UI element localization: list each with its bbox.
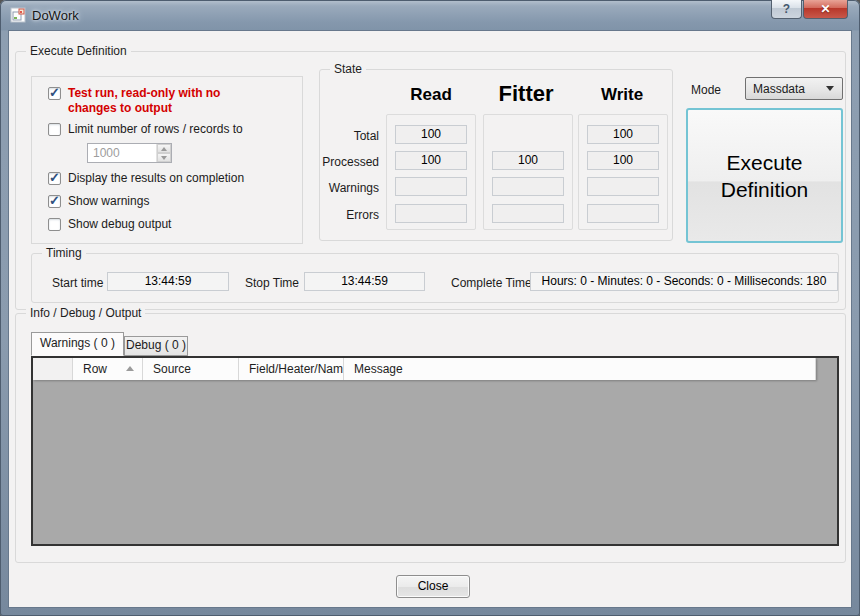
show-warnings-label: Show warnings <box>68 194 149 209</box>
complete-time-field: Hours: 0 - Minutes: 0 - Seconds: 0 - Mil… <box>530 272 838 291</box>
mode-label: Mode <box>691 83 721 97</box>
output-group-label: Info / Debug / Output <box>26 306 145 320</box>
state-row-warnings: Warnings <box>309 181 379 195</box>
help-button[interactable]: ? <box>771 0 802 19</box>
stop-time-field: 13:44:59 <box>304 272 425 291</box>
show-debug-label: Show debug output <box>68 217 171 232</box>
warnings-grid[interactable]: Row Source Field/Heater/Name Message <box>31 356 839 546</box>
spin-down-button[interactable] <box>157 153 171 162</box>
start-time-field: 13:44:59 <box>107 272 229 291</box>
display-results-label: Display the results on completion <box>68 171 244 186</box>
grid-rowheader-cell <box>33 358 73 380</box>
show-debug-checkbox[interactable] <box>48 218 61 231</box>
state-row-total: Total <box>309 129 379 143</box>
tab-warnings-label: Warnings ( 0 ) <box>32 336 123 350</box>
fitter-processed-field: 100 <box>492 151 564 170</box>
tab-debug[interactable]: Debug ( 0 ) <box>124 336 188 356</box>
spin-down-icon <box>161 156 167 160</box>
test-run-label: Test run, read-only with no changes to o… <box>68 86 250 116</box>
timing-group-label: Timing <box>42 246 86 260</box>
fitter-warnings-field <box>492 177 564 196</box>
write-errors-field <box>587 204 659 223</box>
state-group: State Read Fitter Write Total Processed … <box>319 69 673 241</box>
tab-warnings[interactable]: Warnings ( 0 ) <box>31 332 124 356</box>
write-warnings-field <box>587 177 659 196</box>
dowork-window: DoWork ? ✕ Execute Definition Test run, … <box>0 0 860 616</box>
sort-ascending-icon <box>126 366 134 371</box>
tab-debug-label: Debug ( 0 ) <box>125 338 187 352</box>
mode-value: Massdata <box>746 82 826 96</box>
grid-column-source[interactable]: Source <box>143 358 239 380</box>
spin-up-icon <box>161 147 167 151</box>
row-limit-stepper[interactable]: 1000 <box>87 143 172 163</box>
window-title: DoWork <box>32 8 79 23</box>
stop-time-label: Stop Time <box>245 276 299 290</box>
start-time-label: Start time <box>52 276 103 290</box>
state-group-label: State <box>330 62 366 76</box>
read-warnings-field <box>395 177 467 196</box>
write-processed-field: 100 <box>587 151 659 170</box>
grid-header-row: Row Source Field/Heater/Name Message <box>33 358 816 380</box>
mode-dropdown[interactable]: Massdata <box>745 77 843 100</box>
options-panel: Test run, read-only with no changes to o… <box>31 76 303 244</box>
display-results-checkbox[interactable] <box>48 172 61 185</box>
dropdown-arrow-icon <box>826 86 834 91</box>
help-icon: ? <box>783 2 790 16</box>
client-area: Execute Definition Test run, read-only w… <box>8 30 852 608</box>
execute-definition-button-label: Execute Definition <box>710 149 820 203</box>
state-row-errors: Errors <box>309 208 379 222</box>
read-total-field: 100 <box>395 125 467 144</box>
titlebar[interactable]: DoWork ? ✕ <box>0 0 860 30</box>
fitter-errors-field <box>492 204 564 223</box>
execute-definition-button[interactable]: Execute Definition <box>686 108 843 243</box>
close-button-label: Close <box>418 579 449 593</box>
read-processed-field: 100 <box>395 151 467 170</box>
execute-definition-group-label: Execute Definition <box>26 44 131 58</box>
limit-rows-checkbox[interactable] <box>48 123 61 136</box>
state-column-write: Write <box>562 85 682 105</box>
app-icon <box>10 7 26 23</box>
grid-column-message[interactable]: Message <box>344 358 816 380</box>
read-errors-field <box>395 204 467 223</box>
show-warnings-checkbox[interactable] <box>48 195 61 208</box>
spin-up-button[interactable] <box>157 144 171 153</box>
row-limit-value: 1000 <box>88 144 156 162</box>
state-row-processed: Processed <box>309 155 379 169</box>
limit-rows-label: Limit number of rows / records to <box>68 122 243 137</box>
grid-column-row[interactable]: Row <box>73 358 143 380</box>
complete-time-label: Complete Time <box>451 276 532 290</box>
grid-column-field-heater-name[interactable]: Field/Heater/Name <box>239 358 344 380</box>
window-close-button[interactable]: ✕ <box>803 0 848 19</box>
close-button[interactable]: Close <box>396 575 470 598</box>
close-icon: ✕ <box>820 2 830 16</box>
timing-group: Timing Start time 13:44:59 Stop Time 13:… <box>31 253 839 303</box>
test-run-checkbox[interactable] <box>48 87 61 100</box>
write-total-field: 100 <box>587 125 659 144</box>
